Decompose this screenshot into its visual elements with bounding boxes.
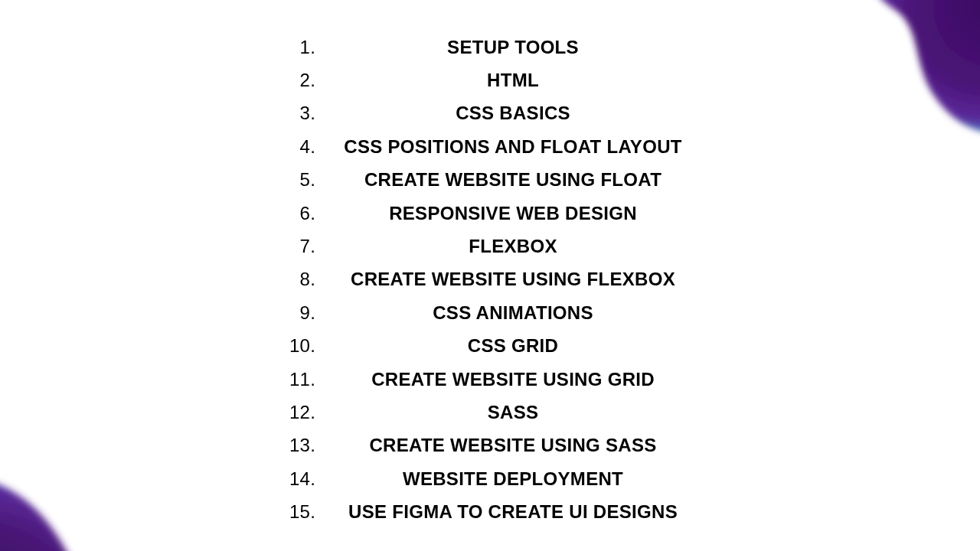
item-number: 13. xyxy=(276,435,322,456)
list-item: 5. CREATE WEBSITE USING FLOAT xyxy=(276,164,704,197)
list-item: 1. SETUP TOOLS xyxy=(276,31,704,64)
item-label: CSS POSITIONS AND FLOAT LAYOUT xyxy=(322,136,704,158)
item-label: FLEXBOX xyxy=(322,236,704,257)
item-number: 3. xyxy=(276,103,322,124)
item-label: CREATE WEBSITE USING FLEXBOX xyxy=(322,269,704,290)
decorative-blob-top-right xyxy=(804,0,980,184)
list-item: 6. RESPONSIVE WEB DESIGN xyxy=(276,197,704,230)
item-number: 1. xyxy=(276,37,322,58)
item-label: CSS BASICS xyxy=(322,103,704,124)
list-item: 7. FLEXBOX xyxy=(276,230,704,262)
list-item: 13. CREATE WEBSITE USING SASS xyxy=(276,429,704,462)
list-item: 3. CSS BASICS xyxy=(276,97,704,130)
item-label: HTML xyxy=(322,70,704,91)
item-number: 7. xyxy=(276,236,322,257)
list-item: 12. SASS xyxy=(276,396,704,429)
item-label: CSS ANIMATIONS xyxy=(322,302,704,324)
list-item: 15. USE FIGMA TO CREATE UI DESIGNS xyxy=(276,495,704,528)
item-number: 10. xyxy=(276,335,322,357)
list-item: 14. WEBSITE DEPLOYMENT xyxy=(276,462,704,495)
item-label: RESPONSIVE WEB DESIGN xyxy=(322,203,704,224)
list-item: 8. CREATE WEBSITE USING FLEXBOX xyxy=(276,263,704,296)
item-label: USE FIGMA TO CREATE UI DESIGNS xyxy=(322,501,704,523)
item-number: 6. xyxy=(276,203,322,224)
item-label: WEBSITE DEPLOYMENT xyxy=(322,468,704,490)
item-label: CREATE WEBSITE USING FLOAT xyxy=(322,169,704,191)
item-number: 15. xyxy=(276,501,322,523)
list-item: 11. CREATE WEBSITE USING GRID xyxy=(276,363,704,396)
item-label: SASS xyxy=(322,402,704,423)
list-item: 10. CSS GRID xyxy=(276,330,704,363)
item-label: CSS GRID xyxy=(322,335,704,357)
item-number: 14. xyxy=(276,468,322,490)
decorative-blob-bottom-left xyxy=(0,429,145,551)
list-item: 4. CSS POSITIONS AND FLOAT LAYOUT xyxy=(276,130,704,163)
list-item: 2. HTML xyxy=(276,64,704,96)
item-number: 9. xyxy=(276,302,322,324)
item-number: 8. xyxy=(276,269,322,290)
item-number: 5. xyxy=(276,169,322,191)
item-label: CREATE WEBSITE USING SASS xyxy=(322,435,704,456)
item-number: 12. xyxy=(276,402,322,423)
item-number: 4. xyxy=(276,136,322,158)
item-label: CREATE WEBSITE USING GRID xyxy=(322,369,704,390)
course-topics-list: 1. SETUP TOOLS 2. HTML 3. CSS BASICS 4. … xyxy=(276,31,704,529)
item-number: 2. xyxy=(276,70,322,91)
item-number: 11. xyxy=(276,369,322,390)
list-item: 9. CSS ANIMATIONS xyxy=(276,296,704,329)
item-label: SETUP TOOLS xyxy=(322,37,704,58)
